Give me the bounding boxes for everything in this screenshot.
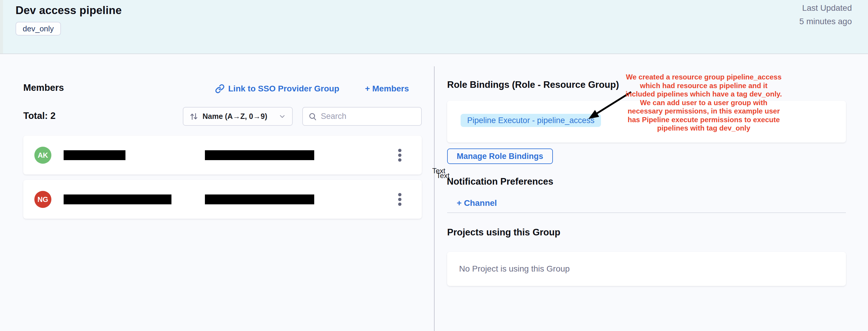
annotation-text: We created a resource group pipeline_acc…	[622, 73, 785, 133]
annotation-line: necessary permissions, in this example u…	[622, 107, 785, 116]
sort-arrows-icon	[189, 112, 198, 121]
last-updated: Last Updated 5 minutes ago	[799, 1, 852, 28]
member-row: AK	[23, 136, 422, 175]
annotation-line: which had resource as pipeline and it	[622, 82, 785, 90]
page-header: Dev access pipeline dev_only Last Update…	[0, 0, 868, 54]
last-updated-label: Last Updated	[799, 1, 852, 14]
manage-role-bindings-button[interactable]: Manage Role Bindings	[447, 148, 553, 164]
search-icon	[308, 112, 317, 121]
sort-dropdown[interactable]: Name (A→Z, 0→9)	[183, 107, 293, 126]
annotation-line: included pipelines which have a tag dev_…	[622, 90, 785, 98]
redacted-member-name	[64, 194, 172, 204]
header-left-strip	[0, 0, 3, 54]
projects-heading: Projects using this Group	[447, 227, 560, 238]
annotation-line: has Pipeline execute permissions to exec…	[622, 116, 785, 124]
projects-empty-card: No Project is using this Group	[447, 252, 846, 286]
kebab-menu-icon[interactable]	[394, 190, 406, 208]
add-channel-button[interactable]: + Channel	[457, 198, 497, 208]
group-tag-label: dev_only	[23, 24, 54, 33]
section-divider	[447, 212, 846, 213]
search-input[interactable]	[321, 112, 416, 121]
annotation-line: We can add user to a user group with	[622, 98, 785, 107]
avatar: NG	[34, 191, 51, 208]
link-to-sso-provider-group-button[interactable]: Link to SSO Provider Group	[215, 84, 339, 93]
annotation-line: pipelines with tag dev_only	[622, 124, 785, 133]
sort-selected-value: Name (A→Z, 0→9)	[203, 112, 274, 121]
role-bindings-heading: Role Bindings (Role - Resource Group)	[447, 80, 619, 90]
redacted-member-name	[64, 150, 125, 160]
page-title: Dev access pipeline	[16, 4, 122, 17]
chevron-down-icon	[278, 113, 286, 120]
member-row: NG	[23, 180, 422, 219]
panel-divider	[434, 66, 435, 331]
member-search	[302, 107, 422, 126]
projects-empty-message: No Project is using this Group	[459, 264, 569, 274]
add-members-button[interactable]: + Members	[365, 84, 409, 93]
avatar: AK	[34, 147, 51, 164]
redacted-member-email	[205, 194, 314, 204]
group-tag: dev_only	[16, 22, 61, 35]
link-icon	[215, 84, 225, 93]
annotation-line: We created a resource group pipeline_acc…	[622, 73, 785, 82]
members-heading: Members	[23, 83, 64, 93]
last-updated-value: 5 minutes ago	[799, 14, 852, 28]
redacted-member-email	[205, 150, 314, 160]
members-total: Total: 2	[23, 111, 56, 121]
kebab-menu-icon[interactable]	[394, 146, 406, 164]
stray-text-label: Text	[436, 172, 450, 180]
role-binding-chip: Pipeline Executor - pipeline_access	[461, 114, 601, 127]
notification-preferences-heading: Notification Preferences	[447, 176, 554, 187]
sso-link-label: Link to SSO Provider Group	[228, 84, 339, 93]
